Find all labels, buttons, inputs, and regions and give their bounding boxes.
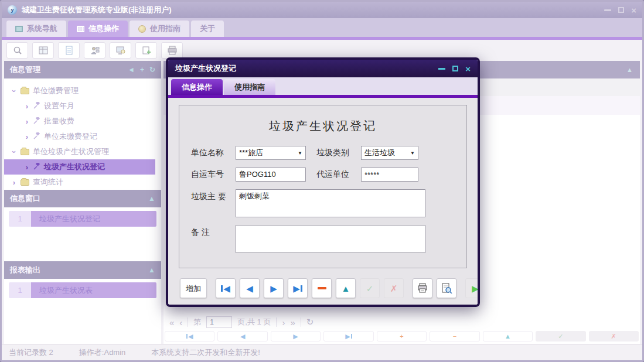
- add-icon[interactable]: +: [140, 66, 144, 73]
- edit-record-button[interactable]: ▲: [483, 331, 533, 341]
- tab-system-nav[interactable]: 系统导航: [6, 21, 66, 37]
- printer-button[interactable]: [161, 42, 183, 59]
- tab-user-guide[interactable]: 使用指南: [130, 21, 189, 37]
- page-number-input[interactable]: [206, 316, 232, 328]
- cancel-record-button[interactable]: ✗: [384, 278, 404, 298]
- status-message: 本系统支持二次开发和全新开发!: [151, 347, 260, 358]
- page-prefix-label: 第: [193, 317, 201, 327]
- form-panel: 垃圾产生状况登记 单位名称 ***旅店 ▼ 垃圾类别 生活垃圾 ▼ 自运车号: [179, 105, 467, 268]
- expand-arrow-icon[interactable]: ›: [24, 102, 30, 111]
- remark-label: 备 注: [191, 225, 236, 238]
- folder-icon: [21, 179, 29, 186]
- divider: [301, 317, 301, 327]
- tool-icon: [33, 132, 40, 141]
- garbage-main-textarea[interactable]: 剩饭剩菜: [236, 189, 425, 217]
- tab-about[interactable]: 关于: [191, 21, 224, 37]
- minimize-icon[interactable]: [604, 9, 611, 11]
- last-page-icon[interactable]: »: [290, 318, 295, 327]
- next-record-button[interactable]: ▶: [271, 331, 321, 341]
- tree-folder-query-stats[interactable]: › 查询统计: [4, 175, 161, 190]
- run-button[interactable]: ▶: [465, 278, 480, 298]
- divider: [276, 317, 277, 327]
- dialog-minimize-icon[interactable]: [438, 68, 445, 70]
- panel-header-info-windows: 信息窗口 ▲: [4, 190, 161, 207]
- collapse-up-icon[interactable]: ▲: [148, 267, 155, 274]
- edit-record-button[interactable]: ▲: [336, 278, 356, 298]
- expand-arrow-icon[interactable]: ›: [10, 88, 19, 94]
- panel-title: 信息管理: [10, 64, 40, 75]
- tree-label: 查询统计: [33, 177, 63, 187]
- tree-item-batch-charge[interactable]: › 批量收费: [4, 114, 161, 129]
- dialog-close-icon[interactable]: ×: [465, 64, 471, 73]
- expand-arrow-icon[interactable]: ›: [24, 163, 30, 172]
- insert-record-button[interactable]: +: [377, 331, 427, 341]
- chevron-down-icon: ▼: [408, 151, 415, 156]
- garbage-type-value: 生活垃圾: [364, 148, 395, 158]
- dialog-tab-user-guide[interactable]: 使用指南: [224, 79, 275, 95]
- unit-name-select[interactable]: ***旅店 ▼: [236, 146, 306, 160]
- refresh-icon[interactable]: ↻: [149, 66, 155, 73]
- expand-arrow-icon[interactable]: ›: [24, 132, 30, 141]
- garbage-type-select[interactable]: 生活垃圾 ▼: [361, 146, 418, 160]
- collapse-up-icon[interactable]: ▲: [626, 66, 633, 73]
- tab-info-operate[interactable]: 信息操作: [68, 21, 128, 37]
- expand-arrow-icon[interactable]: ›: [11, 178, 17, 187]
- list-item[interactable]: 1 垃圾产生状况登记: [9, 211, 156, 227]
- agent-unit-input[interactable]: [361, 168, 418, 182]
- dialog-body: 垃圾产生状况登记 单位名称 ***旅店 ▼ 垃圾类别 生活垃圾 ▼ 自运车号: [168, 98, 478, 272]
- tab-label: 关于: [200, 23, 215, 34]
- next-record-button[interactable]: ▶: [264, 278, 284, 298]
- titlebar: y 城建卫生费征收管理系统专业版(非注册用户) ×: [2, 2, 642, 18]
- list-item-label: 垃圾产生状况表: [31, 282, 156, 298]
- tree-item-garbage-register[interactable]: › 垃圾产生状况登记: [4, 159, 155, 175]
- table-view-button[interactable]: [32, 42, 54, 59]
- post-record-button[interactable]: ✓: [360, 278, 380, 298]
- first-record-button[interactable]: ◀: [165, 331, 214, 341]
- self-vehicle-input[interactable]: [236, 168, 306, 182]
- dialog-maximize-icon[interactable]: [452, 66, 458, 71]
- cancel-record-button[interactable]: ✗: [589, 331, 639, 341]
- document-button[interactable]: [58, 42, 80, 59]
- prev-record-button[interactable]: ◀: [217, 331, 267, 341]
- delete-record-button[interactable]: −: [430, 331, 479, 341]
- first-page-icon[interactable]: «: [169, 318, 174, 327]
- record-nav-bar: ◀ ◀ ▶ ▶ + − ▲ ✓ ✗: [163, 331, 640, 344]
- expand-arrow-icon[interactable]: ›: [24, 117, 30, 126]
- tree-item-set-year-month[interactable]: › 设置年月: [4, 98, 161, 114]
- tree-item-unpaid-register[interactable]: › 单位未缴费登记: [4, 129, 161, 144]
- next-page-icon[interactable]: ›: [282, 318, 285, 327]
- add-button[interactable]: 增加: [180, 278, 207, 298]
- print-preview-button[interactable]: [437, 278, 456, 298]
- first-record-button[interactable]: ◀: [216, 278, 236, 298]
- dialog-titlebar: 垃圾产生状况登记 ×: [168, 60, 478, 77]
- remark-textarea[interactable]: [236, 225, 425, 253]
- monitor-search-button[interactable]: [110, 42, 131, 59]
- dialog-button-bar: 增加 ◀ ◀ ▶ ▶ ▲ ✓ ✗ ▶: [168, 272, 478, 305]
- tree-folder-garbage-management[interactable]: › 单位垃圾产生状况管理: [4, 144, 161, 159]
- prev-page-icon[interactable]: ‹: [179, 318, 182, 327]
- last-record-button[interactable]: ▶: [288, 278, 308, 298]
- delete-record-button[interactable]: [312, 278, 332, 298]
- post-record-button[interactable]: ✓: [536, 331, 585, 341]
- last-record-button[interactable]: ▶: [323, 331, 373, 341]
- info-windows-list: 1 垃圾产生状况登记: [4, 207, 161, 261]
- collapse-up-icon[interactable]: ▲: [148, 195, 155, 202]
- coin-icon: [138, 25, 146, 33]
- divider: [188, 317, 188, 327]
- app-logo-icon: y: [8, 5, 17, 15]
- expand-arrow-icon[interactable]: ›: [10, 149, 19, 155]
- doc-add-button[interactable]: [135, 42, 157, 59]
- list-item[interactable]: 1 垃圾产生状况表: [9, 282, 156, 298]
- collapse-left-icon[interactable]: ◄: [128, 66, 135, 73]
- unit-name-label: 单位名称: [191, 148, 236, 158]
- user-config-button[interactable]: [84, 42, 105, 59]
- minus-icon: [318, 287, 326, 289]
- prev-record-button[interactable]: ◀: [240, 278, 260, 298]
- close-icon[interactable]: ×: [631, 6, 636, 15]
- dialog-tab-info-operate[interactable]: 信息操作: [171, 79, 223, 95]
- search-button[interactable]: [6, 42, 28, 59]
- print-button[interactable]: [413, 278, 432, 298]
- tree-folder-unit-payment[interactable]: › 单位缴费管理: [4, 83, 161, 98]
- restore-icon[interactable]: [618, 7, 624, 13]
- refresh-icon[interactable]: ↻: [306, 317, 314, 327]
